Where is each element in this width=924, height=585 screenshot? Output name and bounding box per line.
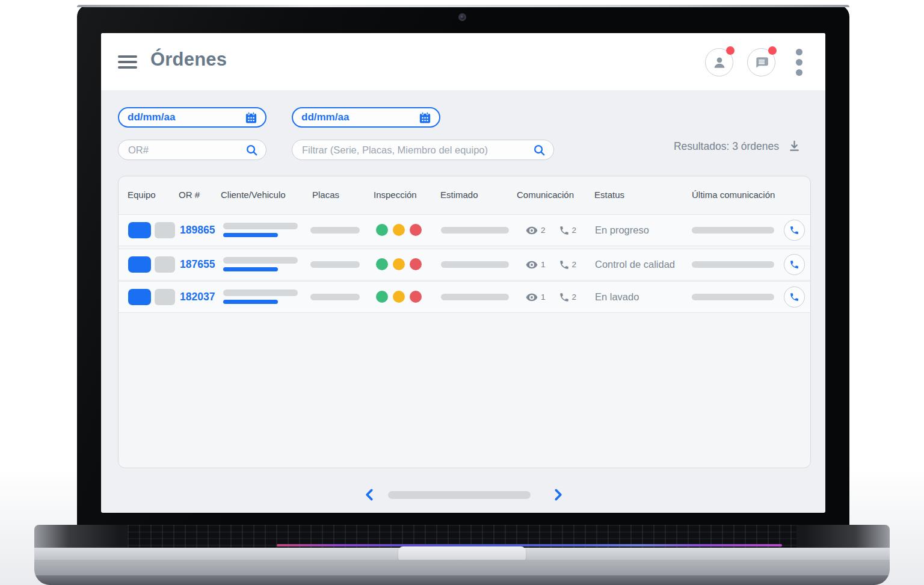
laptop-mockup: Órdenes dd/mm/aa	[0, 0, 924, 585]
plates-placeholder-bar	[310, 261, 360, 268]
base-front-face	[34, 560, 890, 575]
equipment-chip-primary	[128, 289, 151, 305]
vehicle-placeholder-bar	[223, 233, 278, 237]
status-label: Control de calidad	[595, 249, 675, 280]
or-search-field	[118, 140, 266, 160]
call-button[interactable]	[784, 220, 805, 241]
last-communication-placeholder-bar	[692, 227, 774, 234]
table-row[interactable]: 182037 1	[119, 281, 810, 313]
communication-stats: 2 2	[525, 215, 576, 246]
filter-search-input[interactable]	[295, 144, 532, 156]
horizontal-scrollbar[interactable]	[388, 491, 531, 499]
date-from-input[interactable]: dd/mm/aa	[118, 107, 266, 128]
call-button[interactable]	[784, 254, 805, 275]
download-icon	[787, 139, 801, 153]
estimate-placeholder-bar	[441, 294, 509, 300]
notification-dot	[768, 46, 777, 55]
base-underside	[34, 575, 890, 585]
views-icon	[525, 258, 538, 271]
equipment-chip-primary	[128, 222, 151, 238]
or-search-input[interactable]	[121, 144, 245, 156]
results-count-label: Resultados: 3 órdenes	[674, 140, 779, 153]
calls-icon	[559, 292, 570, 303]
status-label: En progreso	[595, 215, 649, 246]
vehicle-placeholder-bar	[223, 300, 278, 304]
column-header-placas: Placas	[312, 190, 339, 200]
client-placeholder-bar	[223, 257, 298, 264]
estimate-placeholder-bar	[441, 261, 509, 268]
views-icon	[525, 224, 538, 237]
chat-icon	[754, 55, 769, 70]
inspection-dot-red	[410, 291, 422, 303]
search-icon[interactable]	[532, 143, 546, 157]
last-communication-placeholder-bar	[692, 261, 774, 268]
download-results-button[interactable]	[787, 139, 801, 153]
chevron-left-icon	[362, 486, 378, 503]
plates-placeholder-bar	[310, 294, 360, 300]
order-number-link[interactable]: 187655	[180, 249, 215, 280]
messages-button[interactable]	[747, 48, 775, 76]
date-to-value: dd/mm/aa	[301, 111, 418, 123]
views-icon	[525, 291, 538, 304]
date-to-input[interactable]: dd/mm/aa	[292, 107, 440, 128]
column-header-comunicacion: Comunicación	[517, 190, 574, 200]
order-number-link[interactable]: 189865	[180, 215, 215, 246]
views-count: 2	[541, 226, 546, 235]
views-count: 1	[541, 292, 546, 302]
previous-page-button[interactable]	[361, 486, 379, 504]
keyboard-reflection	[277, 544, 782, 546]
equipment-chip-secondary	[155, 289, 175, 305]
column-header-or: OR #	[179, 190, 200, 200]
inspection-dot-yellow	[393, 224, 405, 236]
client-placeholder-bar	[223, 223, 298, 229]
date-from-value: dd/mm/aa	[128, 111, 244, 123]
laptop-base	[34, 525, 890, 585]
inspection-indicators	[376, 258, 422, 270]
inspection-dot-green	[376, 258, 388, 270]
plates-placeholder-bar	[310, 227, 360, 234]
inspection-dot-yellow	[393, 258, 405, 270]
inspection-indicators	[376, 224, 422, 236]
calendar-icon	[418, 111, 432, 125]
equipment-chip-secondary	[155, 256, 175, 273]
call-button[interactable]	[784, 286, 805, 308]
calls-icon	[559, 225, 570, 236]
equipment-chip-primary	[128, 256, 151, 273]
user-icon	[712, 55, 727, 70]
calls-count: 2	[572, 226, 577, 235]
phone-icon	[789, 259, 799, 270]
calls-icon	[559, 259, 570, 270]
communication-stats: 1 2	[525, 249, 576, 280]
search-icon[interactable]	[245, 143, 259, 157]
inspection-dot-red	[410, 224, 422, 236]
vehicle-placeholder-bar	[223, 267, 278, 271]
column-header-ultima-comunicacion: Última comunicación	[692, 190, 775, 200]
notification-dot	[726, 46, 735, 55]
column-header-cliente: Cliente/Vehiculo	[221, 190, 286, 200]
results-summary: Resultados: 3 órdenes	[674, 139, 801, 153]
client-placeholder-bar	[223, 289, 298, 296]
estimate-placeholder-bar	[441, 227, 509, 234]
inspection-indicators	[376, 291, 422, 303]
webcam-icon	[458, 13, 466, 21]
next-page-button[interactable]	[549, 486, 567, 504]
order-number-link[interactable]: 182037	[180, 282, 215, 312]
communication-stats: 1 2	[525, 282, 576, 312]
inspection-dot-green	[376, 224, 388, 236]
inspection-dot-green	[376, 291, 388, 303]
inspection-dot-yellow	[393, 291, 405, 303]
column-header-estimado: Estimado	[440, 190, 478, 200]
phone-icon	[789, 225, 799, 235]
page-title: Órdenes	[150, 49, 227, 70]
app-screen: Órdenes dd/mm/aa	[101, 33, 825, 513]
table-row[interactable]: 189865 2	[119, 214, 810, 246]
chevron-right-icon	[550, 486, 565, 503]
table-row[interactable]: 187655 1	[119, 249, 810, 280]
views-count: 1	[541, 260, 546, 269]
profile-button[interactable]	[705, 48, 733, 76]
app-bar: Órdenes	[101, 33, 825, 90]
menu-icon[interactable]	[118, 55, 137, 69]
phone-icon	[789, 292, 799, 302]
kebab-menu-icon[interactable]	[792, 49, 805, 76]
last-communication-placeholder-bar	[692, 294, 774, 300]
